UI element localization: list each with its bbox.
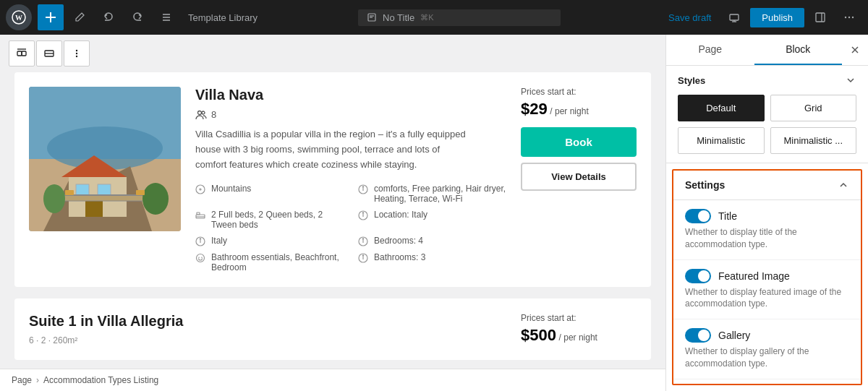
svg-rect-32: [85, 199, 103, 217]
suite-card: Suite 1 in Villa Allegria 6 · 2 · 260m² …: [14, 298, 651, 360]
villa-amenities: Mountains comforts, Free parking, Hair d…: [195, 184, 506, 272]
svg-point-13: [845, 17, 846, 18]
content-area: Villa Nava 8 Villa Csadillia is a popula…: [0, 72, 665, 369]
svg-point-64: [362, 255, 363, 256]
svg-rect-16: [17, 51, 22, 56]
save-draft-button[interactable]: Save draft: [661, 8, 718, 27]
toggle-title[interactable]: [685, 209, 711, 223]
amenity-comforts: comforts, Free parking, Hair dryer, Heat…: [358, 184, 506, 204]
redo-button[interactable]: [124, 4, 150, 30]
styles-grid: Default Grid Minimalistic Minimalistic .…: [678, 95, 856, 154]
suite-price: $500 / per night: [521, 326, 637, 345]
price-start-label: Prices start at:: [521, 87, 637, 97]
book-button[interactable]: Book: [521, 127, 637, 157]
villa-price: $29 / per night: [521, 100, 637, 119]
setting-gallery: Gallery Whether to display gallery of th…: [673, 319, 861, 379]
suite-pricing: Prices start at: $500 / per night: [521, 313, 637, 345]
amenity-mountains: Mountains: [195, 184, 344, 204]
style-minimalistic-button[interactable]: Minimalistic: [678, 127, 765, 154]
svg-point-22: [76, 53, 77, 54]
svg-point-52: [362, 212, 363, 213]
villa-pricing: Prices start at: $29 / per night Book Vi…: [521, 87, 637, 191]
block-toolbar: [0, 35, 665, 72]
editor-area: Villa Nava 8 Villa Csadillia is a popula…: [0, 35, 665, 391]
page-title-text: No Title: [383, 12, 414, 23]
amenity-location: Location: Italy: [358, 210, 506, 230]
page-title-bar[interactable]: No Title ⌘K: [358, 9, 561, 26]
svg-rect-39: [136, 190, 145, 195]
svg-point-40: [198, 111, 202, 114]
settings-title: Settings: [685, 179, 725, 191]
style-grid-button[interactable]: Grid: [770, 95, 857, 121]
tab-block[interactable]: Block: [754, 35, 843, 65]
setting-excerpt: Excerpt (short description): [673, 379, 861, 385]
options-block-button[interactable]: [64, 40, 90, 66]
suite-name: Suite 1 in Villa Allegria: [29, 313, 506, 330]
sidebar: Page Block Styles Default Grid Minimalis…: [665, 35, 868, 391]
svg-rect-8: [730, 14, 739, 20]
svg-point-43: [200, 189, 201, 190]
amenity-bathroom: Bathroom essentials, Beachfront, Bedroom: [195, 252, 344, 272]
svg-point-42: [196, 185, 205, 194]
svg-point-37: [142, 183, 169, 215]
amenity-bedrooms: Bedrooms: 4: [358, 236, 506, 246]
add-block-button[interactable]: [38, 4, 64, 30]
setting-title-desc: Whether to display title of the accommod…: [685, 226, 849, 251]
svg-point-46: [362, 186, 363, 187]
svg-rect-17: [22, 51, 26, 56]
sidebar-toggle-button[interactable]: [807, 4, 833, 30]
svg-point-14: [848, 17, 850, 18]
view-details-button[interactable]: View Details: [521, 163, 637, 191]
breadcrumb: Page › Accommodation Types Listing: [0, 369, 665, 391]
tab-page[interactable]: Page: [666, 35, 754, 65]
styles-section: Styles Default Grid Minimalistic Minimal…: [666, 66, 868, 163]
main-toolbar: W Template Library No Title ⌘K Save draf…: [0, 0, 868, 35]
setting-gallery-label: Gallery: [718, 330, 750, 341]
preview-button[interactable]: [721, 4, 747, 30]
toggle-gallery[interactable]: [685, 328, 711, 343]
toggle-featured-image[interactable]: [685, 269, 711, 283]
svg-point-21: [76, 50, 77, 51]
sidebar-close-button[interactable]: [842, 37, 868, 63]
villa-desc: Villa Csadillia is a popular villa in th…: [195, 127, 470, 172]
svg-rect-49: [197, 212, 200, 215]
suite-info: Suite 1 in Villa Allegria 6 · 2 · 260m²: [29, 313, 506, 345]
setting-featured-image-desc: Whether to display featured image of the…: [685, 286, 849, 311]
main-layout: Villa Nava 8 Villa Csadillia is a popula…: [0, 35, 868, 391]
styles-title: Styles: [678, 75, 705, 86]
suite-meta: 6 · 2 · 260m²: [29, 335, 506, 345]
setting-featured-image: Featured Image Whether to display featur…: [673, 260, 861, 320]
svg-point-59: [197, 254, 205, 262]
style-minimalistic2-button[interactable]: Minimalistic ...: [770, 127, 857, 154]
style-default-button[interactable]: Default: [678, 95, 765, 121]
setting-title: Title Whether to display title of the ac…: [673, 200, 861, 260]
svg-point-23: [76, 56, 77, 57]
breadcrumb-current: Accommodation Types Listing: [43, 375, 158, 385]
edit-tool-button[interactable]: [67, 4, 93, 30]
undo-button[interactable]: [95, 4, 122, 30]
publish-button[interactable]: Publish: [750, 8, 804, 27]
settings-header: Settings: [673, 171, 861, 200]
select-parent-block-button[interactable]: [9, 40, 35, 66]
toolbar-right: Save draft Publish: [661, 4, 862, 30]
svg-rect-11: [816, 13, 825, 22]
amenity-italy: Italy: [195, 236, 344, 246]
list-view-block-button[interactable]: [36, 40, 62, 66]
villa-name: Villa Nava: [195, 87, 506, 103]
svg-point-36: [43, 184, 65, 213]
amenity-bathrooms: Bathrooms: 3: [358, 252, 506, 272]
suite-price-label: Prices start at:: [521, 313, 637, 323]
villa-guests: 8: [195, 109, 506, 120]
sidebar-tabs-row: Page Block: [666, 35, 868, 66]
list-view-button[interactable]: [153, 4, 179, 30]
villa-info: Villa Nava 8 Villa Csadillia is a popula…: [195, 87, 506, 272]
setting-featured-image-label: Featured Image: [718, 270, 790, 282]
svg-rect-38: [65, 190, 74, 195]
more-options-button[interactable]: [836, 4, 862, 30]
template-library-label: Template Library: [188, 12, 258, 23]
shortcut-hint: ⌘K: [420, 13, 433, 22]
villa-image: [29, 87, 181, 231]
wp-logo[interactable]: W: [6, 4, 32, 30]
breadcrumb-root[interactable]: Page: [12, 375, 32, 385]
setting-gallery-desc: Whether to display gallery of the accomm…: [685, 345, 849, 370]
